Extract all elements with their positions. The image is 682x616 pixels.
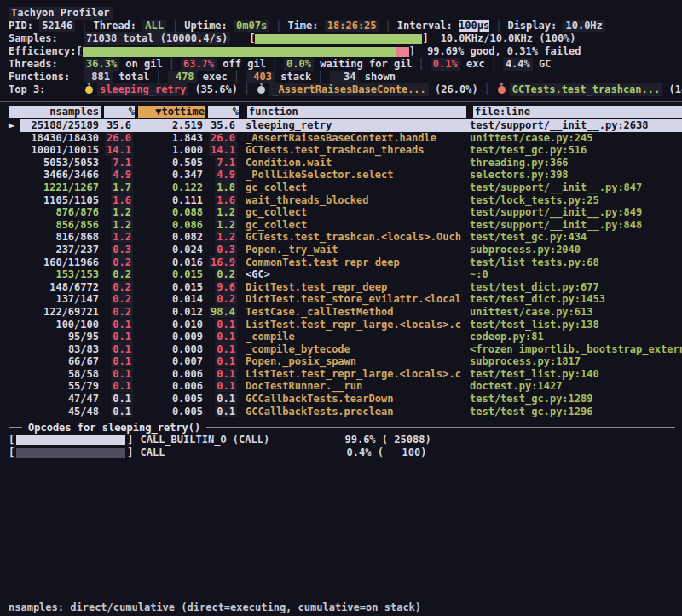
bar-open-bracket: [ bbox=[76, 45, 82, 58]
table-row[interactable]: 55/790.10.0060.1DocTestRunner.__rundocte… bbox=[0, 380, 682, 393]
cell-function: GCTests.test_trashcan.<locals>.Ouch... bbox=[246, 231, 463, 244]
separator: │ bbox=[81, 20, 87, 32]
cell-nsamples: 153/153 bbox=[24, 268, 99, 281]
pct-cum-value: 1.8 bbox=[215, 181, 237, 193]
table-row[interactable]: 237/2370.30.0240.3Popen._try_waitsubproc… bbox=[0, 244, 682, 256]
pct-direct-value: 0.2 bbox=[111, 281, 133, 293]
cell-function: sleeping_retry bbox=[246, 119, 463, 132]
cell-file-line: codeop.py:81 bbox=[470, 331, 682, 343]
cell-file-line: test/test_list.py:140 bbox=[470, 368, 682, 381]
table-row[interactable]: 148/67720.20.0159.6DictTest.test_repr_de… bbox=[0, 281, 682, 294]
threads-line: Threads: 36.3% on gil│63.7% off gil│0.0%… bbox=[0, 58, 682, 71]
pct-cum-value: 35.6 bbox=[209, 119, 237, 131]
pct-cum-value: 0.1 bbox=[215, 380, 237, 392]
opcodes-body: []CALL_BUILTIN_O (CALL)99.6% ( 25088)[]C… bbox=[0, 434, 682, 459]
pct-direct-value: 26.0 bbox=[105, 132, 133, 144]
pct-direct-value: 0.2 bbox=[111, 256, 133, 268]
stat-value: 0.1% bbox=[431, 58, 460, 71]
cell-pct-direct: 26.0 bbox=[102, 132, 133, 145]
pct-cum-value: 16.9 bbox=[209, 256, 237, 268]
samples-total: 71038 total (10000.4/s) bbox=[84, 32, 230, 45]
table-row[interactable]: 816/8681.20.0821.2GCTests.test_trashcan.… bbox=[0, 231, 682, 244]
table-row[interactable]: 153/1530.20.0150.2<GC>~:0 bbox=[0, 268, 682, 281]
table-row[interactable]: 5053/50537.10.5057.1Condition.waitthread… bbox=[0, 157, 682, 170]
top-function-pct: (26.0%) bbox=[429, 83, 478, 96]
table-row[interactable]: 95/950.10.0090.1_compilecodeop.py:81 bbox=[0, 331, 682, 343]
table-row[interactable]: 10001/1001514.11.00014.1GCTests.test_tra… bbox=[0, 144, 682, 157]
cell-tottime: 1.000 bbox=[136, 144, 203, 157]
table-row[interactable]: 1221/12671.70.1221.8gc_collecttest/suppo… bbox=[0, 181, 682, 194]
table-row[interactable]: 137/1470.20.0140.2DictTest.test_store_ev… bbox=[0, 293, 682, 306]
cell-tottime: 0.086 bbox=[136, 219, 203, 232]
cell-pct-direct: 1.6 bbox=[102, 194, 133, 207]
cell-file-line: test/test_gc.py:1296 bbox=[470, 406, 682, 418]
table-row[interactable]: 47/470.10.0050.1GCCallbackTests.tearDown… bbox=[0, 393, 682, 406]
thread-value[interactable]: ALL bbox=[142, 20, 166, 32]
interval-label: Interval: bbox=[397, 20, 453, 32]
opcode-bar-fill bbox=[16, 448, 125, 458]
status-bar: PID: 52146 │ Thread: ALL │ Uptime: 0m07s… bbox=[0, 20, 682, 32]
opcode-bar bbox=[16, 448, 125, 458]
table-row[interactable]: 3466/34664.90.3474.9_PollLikeSelector.se… bbox=[0, 169, 682, 181]
pct-direct-value: 0.3 bbox=[111, 244, 133, 256]
cell-pct-direct: 1.2 bbox=[102, 206, 133, 219]
cell-pct-direct: 0.2 bbox=[102, 293, 133, 306]
cell-function: GCCallbackTests.preclean bbox=[246, 406, 463, 418]
column-header-function[interactable]: function bbox=[247, 106, 466, 118]
column-header-nsamples[interactable]: nsamples bbox=[9, 106, 101, 118]
table-row[interactable]: 66/670.10.0070.1Popen._posix_spawnsubpro… bbox=[0, 355, 682, 368]
cell-function: _compile_bytecode bbox=[246, 343, 463, 356]
top-function-name: _AssertRaisesBaseConte... bbox=[269, 83, 429, 96]
cell-tottime: 0.006 bbox=[136, 380, 203, 393]
separator: │ bbox=[169, 58, 175, 71]
cell-pct-cum: 0.1 bbox=[206, 406, 237, 418]
table-row[interactable]: ►25188/2518935.62.51935.6sleeping_retryt… bbox=[0, 119, 682, 132]
table-row[interactable]: 18430/1843026.01.84326.0_AssertRaisesBas… bbox=[0, 132, 682, 145]
cell-pct-cum: 7.1 bbox=[206, 157, 237, 170]
column-header-tottime-sorted[interactable]: ▼tottime bbox=[138, 106, 205, 118]
uptime-value: 0m07s bbox=[234, 20, 269, 32]
cell-pct-cum: 14.1 bbox=[206, 144, 237, 157]
stat-value: 63.7% bbox=[181, 58, 217, 71]
column-header-pct-cum[interactable]: % bbox=[208, 106, 239, 118]
table-row[interactable]: 45/480.10.0050.1GCCallbackTests.preclean… bbox=[0, 406, 682, 418]
threads-label: Threads: bbox=[9, 58, 77, 71]
table-row[interactable]: 100/1000.10.0100.1ListTest.test_repr_lar… bbox=[0, 319, 682, 331]
table-row[interactable]: 58/580.10.0060.1ListTest.test_repr_large… bbox=[0, 368, 682, 381]
pct-cum-value: 14.1 bbox=[209, 144, 237, 156]
stat-number: 63.7% bbox=[183, 58, 214, 71]
table-row[interactable]: 160/119660.20.01616.9CommonTest.test_rep… bbox=[0, 256, 682, 269]
cell-pct-cum: 0.1 bbox=[206, 368, 237, 381]
cell-pct-direct: 0.2 bbox=[102, 306, 133, 319]
table-row[interactable]: 876/8761.20.0881.2gc_collecttest/support… bbox=[0, 206, 682, 219]
cell-nsamples: 45/48 bbox=[24, 406, 99, 418]
pid-value: 52146 bbox=[39, 20, 75, 32]
cell-nsamples: 66/67 bbox=[24, 355, 99, 368]
pct-cum-value: 98.4 bbox=[209, 306, 237, 318]
pct-direct-value: 0.1 bbox=[111, 319, 133, 331]
cell-file-line: test/test_dict.py:677 bbox=[470, 281, 682, 294]
stat-unit: off gil bbox=[217, 58, 266, 71]
table-row[interactable]: 83/830.10.0080.1_compile_bytecode<frozen… bbox=[0, 343, 682, 356]
column-header-file-line[interactable]: file:line bbox=[473, 106, 682, 118]
cell-tottime: 0.015 bbox=[136, 268, 203, 281]
bar-close-bracket: ] bbox=[127, 434, 133, 446]
cell-file-line: subprocess.py:1817 bbox=[470, 355, 682, 368]
cell-function: GCCallbackTests.tearDown bbox=[246, 393, 463, 406]
stat-number: 0.0% bbox=[286, 58, 311, 71]
cell-pct-direct: 1.7 bbox=[102, 181, 133, 194]
table-row[interactable]: 1105/11051.60.1111.6wait_threads_blocked… bbox=[0, 194, 682, 207]
column-header-pct-direct[interactable]: % bbox=[104, 106, 135, 118]
cell-pct-direct: 0.2 bbox=[102, 256, 133, 269]
opcode-bar-fill bbox=[16, 435, 125, 445]
table-row[interactable]: 122/697210.20.01298.4TestCase._callTestM… bbox=[0, 306, 682, 319]
cell-pct-direct: 35.6 bbox=[102, 119, 133, 132]
pct-direct-value: 1.2 bbox=[111, 206, 133, 218]
cell-file-line: test/support/__init__.py:849 bbox=[470, 206, 682, 219]
table-row[interactable]: 856/8561.20.0861.2gc_collecttest/support… bbox=[0, 219, 682, 232]
pct-cum-value: 7.1 bbox=[215, 157, 237, 169]
cell-nsamples: 1105/1105 bbox=[24, 194, 99, 207]
pct-direct-value: 0.1 bbox=[111, 406, 133, 417]
pct-cum-value: 0.2 bbox=[215, 268, 237, 280]
cell-function: _compile bbox=[246, 331, 463, 343]
